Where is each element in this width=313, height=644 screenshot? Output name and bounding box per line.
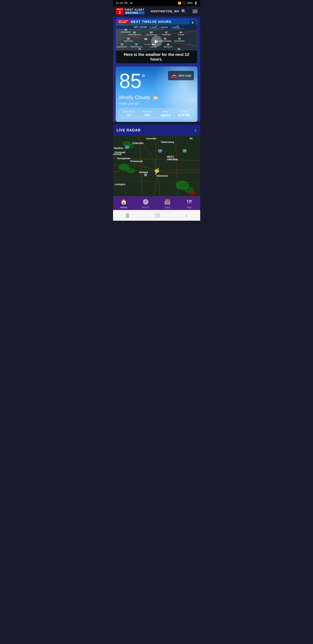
no-disturb-icon: 🚫 (183, 2, 186, 5)
bottom-navigation: 🏠 Home 🕐 Hourly 📅 Daily 🗺 Map (113, 196, 200, 210)
feels-like: Feels Like 91° (116, 101, 198, 108)
dew-point-value: 71° (127, 113, 132, 117)
map-label-chillicothe: Chillicothe (132, 142, 143, 144)
menu-line-3 (193, 12, 198, 13)
humidity-label: Humidity (143, 110, 152, 113)
wind-label: Wind (163, 110, 168, 113)
nav-hourly-label: Hourly (142, 206, 149, 209)
video-card: 69CINCINNATI 69PARKERSBURG 66CLARKSBURG … (116, 18, 198, 64)
wind-value: SSW 6 (161, 113, 170, 117)
nav-map-label: Map (187, 206, 191, 209)
radar-header[interactable]: LIVE RADAR › (113, 124, 200, 136)
map-label-parkersburg: Parkersburg (161, 141, 174, 143)
stat-wind: Wind SSW 6 (157, 110, 174, 117)
map-label-charleston: Charleston (157, 175, 168, 177)
map-label-west-virginia: WESTVIRGINIA (167, 156, 178, 161)
android-home-btn[interactable]: ⬜ (155, 213, 160, 218)
legend-rain: RAIN (149, 26, 157, 28)
mute-button[interactable]: 🔇 (190, 20, 196, 24)
video-caption: Here is the weather for the next 12 hour… (116, 50, 197, 64)
nav-daily[interactable]: 📅 Daily (160, 199, 175, 209)
main-content: 69CINCINNATI 69PARKERSBURG 66CLARKSBURG … (113, 17, 200, 122)
android-recent-btn[interactable]: ||| (126, 213, 129, 218)
wifi-icon: 📶 (178, 2, 181, 5)
highway-71: 71 (125, 146, 129, 149)
hourly-icon: 🕐 (142, 199, 149, 205)
stat-dew-point: Dew Point 71° (121, 110, 138, 117)
nav-home-label: Home (121, 206, 127, 209)
wet-road-label: Wet road (179, 74, 191, 77)
map-label-ashland: Ashland (139, 171, 148, 174)
video-datetime-bar: SAT 1:00 AM RAIN MIXED SNOW (116, 26, 197, 29)
video-thumbnail[interactable]: 69CINCINNATI 69PARKERSBURG 66CLARKSBURG … (116, 19, 197, 64)
weather-card: 85 ° 🚗 Wet road Mostly Cloudy ⛅ Feels Li… (116, 66, 198, 122)
radar-chevron-icon: › (195, 128, 197, 133)
svg-point-10 (189, 191, 196, 195)
map-label-lexington: Lexington (115, 183, 125, 186)
android-back-btn[interactable]: ‹ (186, 213, 187, 218)
status-time: 12:30 (116, 1, 123, 5)
logo-first-alert: FIRST ALERT (125, 8, 145, 12)
app-logo: WSAZ 3 FIRST ALERT WEATHER (116, 8, 145, 15)
video-title: NEXT TWELVE HOURS (131, 20, 171, 24)
degree-symbol: ° (142, 73, 145, 82)
dew-point-label: Dew Point (124, 110, 135, 113)
status-notification: ✉ (130, 1, 132, 5)
map-icon: 🗺 (187, 199, 192, 205)
menu-line-1 (193, 10, 198, 10)
map-label-georgetown: Georgetown (117, 157, 130, 160)
android-navigation: ||| ⬜ ‹ (113, 210, 200, 221)
map-background: Chillicothe Parkersburg Cincinnati Georg… (113, 136, 200, 196)
logo-badge: WSAZ 3 (116, 8, 124, 15)
legend-mixed: MIXED (159, 26, 168, 28)
map-label-hamilton: Hamilton (114, 147, 123, 149)
logo-first: WSAZ (117, 8, 123, 10)
nav-map[interactable]: 🗺 Map (181, 199, 197, 209)
nav-hourly[interactable]: 🕐 Hourly (138, 199, 153, 209)
app-header: WSAZ 3 FIRST ALERT WEATHER HUNTINGTON, W… (113, 6, 200, 17)
condition-text: Mostly Cloudy (119, 94, 150, 100)
home-icon: 🏠 (120, 199, 127, 205)
sunset-value: 8:37 PM (178, 113, 190, 117)
logo-text: FIRST ALERT WEATHER (125, 8, 145, 14)
svg-line-4 (158, 136, 160, 196)
nav-home[interactable]: 🏠 Home (116, 199, 132, 209)
wet-road-icon: 🚗 (171, 73, 177, 78)
map-label-ncinnati: ncinnati (113, 153, 122, 156)
lightning-icon: ⚡ (153, 168, 161, 175)
svg-point-7 (126, 168, 135, 173)
humidity-value: 62% (145, 113, 150, 117)
video-overlay-header: FIRST ALERTWEATHER NEXT TWELVE HOURS (116, 19, 197, 24)
radar-section: LIVE RADAR › (113, 124, 200, 196)
condition-icon: ⛅ (152, 94, 158, 100)
wet-road-badge[interactable]: 🚗 Wet road (168, 71, 194, 80)
logo-num: 3 (119, 10, 121, 14)
location-text: HUNTINGTON, WV (151, 10, 179, 13)
search-icon[interactable]: 🔍 (181, 9, 186, 14)
condition-row: Mostly Cloudy ⛅ (116, 94, 198, 101)
menu-line-2 (193, 11, 198, 12)
play-button[interactable]: ▶ (151, 36, 162, 47)
highway-77-top: 77 (158, 149, 162, 152)
radar-map[interactable]: Chillicothe Parkersburg Cincinnati Georg… (113, 136, 200, 196)
map-label-lancaster: Lancaster (146, 137, 157, 140)
status-bar: 12:30 85° ✉ 📶 🚫 69% 🔋 (113, 0, 200, 6)
stat-sunset: Sunset 8:37 PM (175, 110, 193, 117)
logo-weather: WEATHER (125, 12, 145, 14)
video-badge: FIRST ALERTWEATHER (118, 20, 129, 24)
menu-button[interactable] (193, 10, 198, 13)
stat-humidity: Humidity 62% (139, 110, 156, 117)
temperature-value: 85 (119, 71, 142, 91)
video-datetime: SAT 1:00 AM (134, 26, 147, 28)
map-label-portsmouth: Portsmouth (130, 160, 143, 162)
location-display: HUNTINGTON, WV 🔍 (151, 9, 186, 14)
battery-icon: 🔋 (194, 2, 198, 5)
daily-icon: 📅 (164, 199, 171, 205)
radar-title: LIVE RADAR (117, 128, 141, 132)
weather-stats: Dew Point 71° Humidity 62% Wind SSW 6 Su… (118, 108, 195, 119)
status-temp: 85° (124, 1, 129, 5)
highway-79: 79 (183, 149, 187, 152)
legend-snow: SNOW (171, 26, 179, 28)
sunset-label: Sunset (180, 110, 188, 113)
nav-daily-label: Daily (165, 206, 170, 209)
